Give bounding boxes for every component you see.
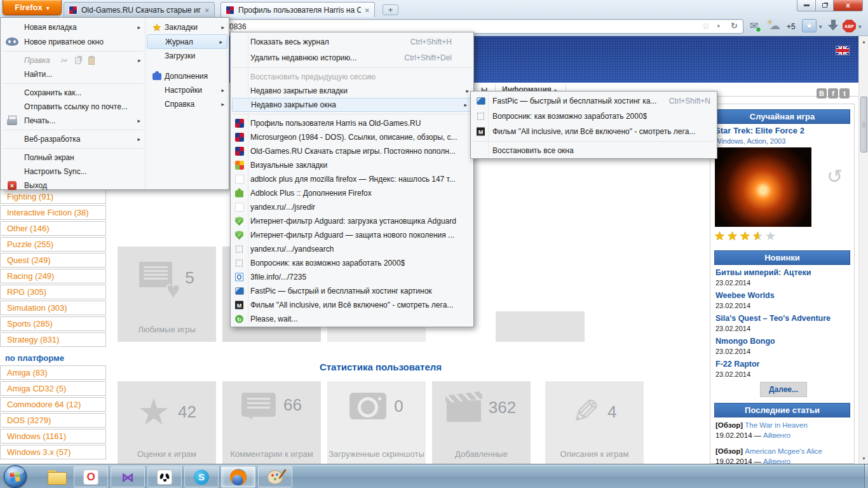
favorites-tile[interactable]: 5 Любимые игры xyxy=(118,247,216,342)
scrollbar-up-button[interactable]: ▲ xyxy=(860,37,868,46)
history-entry[interactable]: Adblock Plus :: Дополнения Firefox xyxy=(231,186,473,200)
history-entry[interactable]: Microsurgeon (1984 - DOS). Ссылки, описа… xyxy=(231,130,473,144)
category-link[interactable]: Strategy (831) xyxy=(0,332,106,347)
recent-window-item[interactable]: FastPic — быстрый и бесплатный хостинг к… xyxy=(471,93,717,109)
menu-item[interactable]: Справка xyxy=(146,97,229,111)
platform-link[interactable]: Amiga CD32 (5) xyxy=(0,381,106,396)
bookmarks-toolbar-button[interactable] xyxy=(802,19,817,32)
url-dropdown-icon[interactable] xyxy=(717,23,720,29)
menu-item[interactable]: Закладки xyxy=(146,20,229,34)
history-menu-item[interactable]: Удалить недавнюю историю...Ctrl+Shift+De… xyxy=(231,50,473,65)
tab-active[interactable]: Профиль пользователя Harris на Ol... xyxy=(220,2,375,17)
history-entry[interactable]: Интернет-фильтр Adguard — защита нового … xyxy=(231,228,473,242)
article-title-link[interactable]: American Mcgee's Alice xyxy=(745,447,822,455)
history-entry[interactable]: Please, wait... xyxy=(231,312,473,326)
menu-item[interactable]: Полный экран xyxy=(1,151,145,165)
menu-item[interactable]: Настройки xyxy=(146,83,229,97)
category-link[interactable]: Quest (249) xyxy=(0,253,106,268)
tab-close-button[interactable] xyxy=(365,6,370,14)
new-game-title-link[interactable]: Nmongo Bongo xyxy=(715,337,849,346)
menu-item[interactable]: Сохранить как... xyxy=(1,86,145,100)
menu-item[interactable]: Печать... xyxy=(1,114,145,128)
history-entry[interactable]: Профиль пользователя Harris на Old-Games… xyxy=(231,116,473,130)
taskbar-explorer-button[interactable] xyxy=(39,466,74,487)
recent-window-item[interactable]: Восстановить все окна xyxy=(471,144,717,158)
start-button[interactable] xyxy=(4,465,27,488)
category-link[interactable]: Puzzle (255) xyxy=(0,237,106,252)
history-menu-item[interactable]: Недавно закрытые вкладки xyxy=(231,84,473,98)
menu-item[interactable]: Дополнения xyxy=(146,69,229,83)
history-menu-item[interactable]: Показать весь журналCtrl+Shift+H xyxy=(231,34,473,50)
category-link[interactable]: Simulation (303) xyxy=(0,301,106,315)
taskbar-foobar-button[interactable] xyxy=(147,466,182,487)
random-game-screenshot[interactable] xyxy=(715,147,811,227)
twitter-icon[interactable]: t xyxy=(839,88,850,98)
page-scrollbar[interactable]: ▲ ▼ xyxy=(858,36,868,464)
bookmark-star-icon[interactable] xyxy=(702,21,710,31)
menu-item[interactable]: Загрузки xyxy=(146,49,229,63)
history-entry[interactable]: Фильм "All inclusive, или Всё включено" … xyxy=(231,298,473,312)
english-language-flag-icon[interactable] xyxy=(836,46,850,55)
restore-button[interactable] xyxy=(816,0,834,11)
new-game-title-link[interactable]: Weebee Worlds xyxy=(715,291,849,300)
article-title-link[interactable]: The War in Heaven xyxy=(745,421,808,429)
history-entry[interactable]: Old-Games.RU Скачать старые игры. Постоя… xyxy=(231,144,473,158)
category-link[interactable]: Sports (285) xyxy=(0,316,106,331)
mail-extension-icon[interactable] xyxy=(750,20,758,32)
tab-inactive[interactable]: Old-Games.RU Скачать старые игры... xyxy=(64,2,215,17)
history-entry[interactable]: Интернет-фильтр Adguard: загрузка устано… xyxy=(231,214,473,228)
taskbar-paint-button[interactable] xyxy=(258,466,292,487)
history-entry[interactable]: Вопросник: как возможно заработать 2000$ xyxy=(231,256,473,270)
history-entry[interactable]: yandex.ru/.../yandsearch xyxy=(231,242,473,256)
platform-link[interactable]: Windows 3.x (57) xyxy=(0,445,106,459)
history-entry[interactable]: adblock plus для mozilla firefox — Яндек… xyxy=(231,172,473,186)
menu-item[interactable]: Настроить Sync... xyxy=(1,165,145,179)
category-link[interactable]: Other (146) xyxy=(0,221,106,236)
random-game-title-link[interactable]: Star Trek: Elite Force 2 xyxy=(715,126,804,135)
menu-item[interactable]: Журнал xyxy=(147,34,227,49)
bookmarks-dropdown-icon[interactable] xyxy=(819,24,822,30)
platform-link[interactable]: Amiga (83) xyxy=(0,365,106,380)
category-link[interactable]: RPG (305) xyxy=(0,285,106,299)
new-game-title-link[interactable]: Битвы империй: Ацтеки xyxy=(715,268,849,277)
facebook-icon[interactable]: f xyxy=(828,88,838,98)
minimize-button[interactable] xyxy=(797,0,816,11)
history-entry[interactable]: 3file.info/.../7235 xyxy=(231,270,473,284)
adblock-plus-button[interactable]: ABP xyxy=(843,20,856,32)
new-game-title-link[interactable]: Sila's Quest – Teo's Adventure xyxy=(715,314,849,323)
adblock-dropdown-icon[interactable] xyxy=(858,24,862,30)
category-link[interactable]: Racing (249) xyxy=(0,269,106,283)
menu-item[interactable]: Веб-разработка xyxy=(1,132,145,146)
show-desktop-button[interactable] xyxy=(864,464,868,488)
more-button[interactable]: Далее... xyxy=(760,382,807,397)
scrollbar-down-button[interactable]: ▼ xyxy=(860,454,868,463)
refresh-random-game-icon[interactable] xyxy=(827,165,843,187)
menu-item[interactable]: Отправить ссылку по почте... xyxy=(1,100,145,114)
platform-link[interactable]: Windows (1161) xyxy=(0,429,106,444)
taskbar-skype-button[interactable]: S xyxy=(184,466,219,487)
new-game-title-link[interactable]: F-22 Raptor xyxy=(715,360,849,369)
taskbar-kmplayer-button[interactable] xyxy=(111,466,145,487)
menu-item[interactable]: Новое приватное окно xyxy=(1,34,145,49)
recent-window-item[interactable]: Вопросник: как возможно заработать 2000$ xyxy=(471,109,717,124)
platform-link[interactable]: DOS (3279) xyxy=(0,413,106,428)
close-button[interactable] xyxy=(834,0,863,11)
menu-item[interactable]: Выход xyxy=(1,179,145,193)
scrollbar-thumb[interactable] xyxy=(860,97,867,152)
history-menu-item[interactable]: Недавно закрытые окна xyxy=(232,98,472,112)
history-entry[interactable]: yandex.ru/.../jsredir xyxy=(231,200,473,214)
taskbar-firefox-button[interactable] xyxy=(221,466,255,487)
article-author-link[interactable]: Айвенго xyxy=(763,431,790,439)
weather-temperature[interactable]: +5 xyxy=(787,22,796,31)
recent-window-item[interactable]: Фильм "All inclusive, или Всё включено" … xyxy=(471,124,717,139)
category-link[interactable]: Interactive Fiction (38) xyxy=(0,205,106,220)
firefox-menu-button[interactable]: Firefox xyxy=(3,0,62,15)
history-entry[interactable]: FastPic — быстрый и бесплатный хостинг к… xyxy=(231,284,473,298)
reload-icon[interactable] xyxy=(731,21,738,30)
new-tab-button[interactable] xyxy=(383,4,398,15)
menu-item[interactable]: Новая вкладка xyxy=(1,20,145,34)
history-entry[interactable]: Визуальные закладки xyxy=(231,158,473,172)
taskbar-opera-button[interactable]: O xyxy=(74,466,108,487)
menu-item[interactable]: Найти... xyxy=(1,67,145,81)
vk-icon[interactable]: В xyxy=(817,88,827,98)
